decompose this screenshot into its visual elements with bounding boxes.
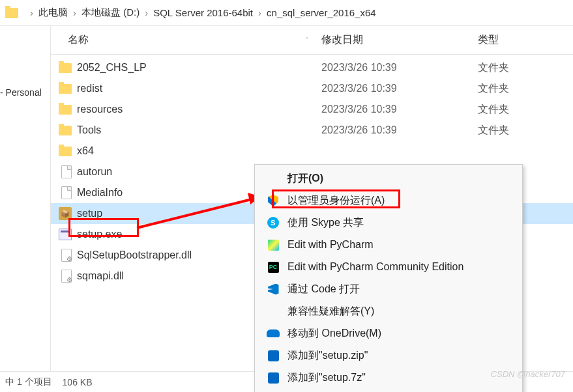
folder-icon bbox=[59, 126, 72, 135]
file-date: 2023/3/26 10:39 bbox=[321, 124, 478, 136]
file-row[interactable]: redist 2023/3/26 10:39 文件夹 bbox=[51, 78, 573, 99]
breadcrumb-item[interactable]: SQL Server 2016-64bit bbox=[153, 7, 253, 18]
context-menu-item[interactable]: 移动到 OneDrive(M) bbox=[256, 322, 521, 344]
folder-icon bbox=[59, 84, 72, 94]
file-icon bbox=[61, 186, 72, 199]
bandizip-icon bbox=[268, 350, 279, 361]
status-size: 106 KB bbox=[63, 377, 93, 387]
folder-icon bbox=[59, 105, 72, 115]
column-header-date[interactable]: 修改日期 bbox=[321, 33, 478, 47]
file-name: resources bbox=[77, 104, 321, 115]
watermark: CSDN @hacker707 bbox=[491, 369, 565, 379]
chevron-right-icon: › bbox=[258, 7, 261, 18]
menu-item-label: 通过 Code 打开 bbox=[287, 283, 512, 296]
file-icon bbox=[61, 165, 72, 178]
menu-item-label: Edit with PyCharm Community Edition bbox=[287, 261, 512, 273]
skype-icon: S bbox=[267, 217, 279, 229]
breadcrumb[interactable]: › 此电脑 › 本地磁盘 (D:) › SQL Server 2016-64bi… bbox=[0, 0, 573, 26]
menu-item-label: 添加到"setup.zip" bbox=[287, 349, 512, 363]
menu-item-label: 移动到 OneDrive(M) bbox=[287, 327, 512, 341]
file-date: 2023/3/26 10:39 bbox=[321, 104, 478, 115]
pycharm-ce-icon: PC bbox=[268, 262, 279, 273]
file-date: 2023/3/26 10:39 bbox=[321, 62, 478, 74]
folder-icon bbox=[59, 147, 72, 156]
context-menu-item[interactable]: 以管理员身份运行(A) bbox=[256, 189, 521, 212]
menu-item-label: 以管理员身份运行(A) bbox=[287, 194, 512, 208]
column-label: 名称 bbox=[68, 33, 89, 47]
context-menu-item[interactable]: Edit with PyCharm bbox=[256, 234, 521, 256]
dll-icon bbox=[61, 270, 72, 283]
exe-icon bbox=[59, 229, 72, 240]
file-type: 文件夹 bbox=[478, 103, 509, 117]
menu-item-label: 打开(O) bbox=[287, 172, 512, 186]
chevron-right-icon: › bbox=[73, 7, 76, 18]
vscode-icon bbox=[268, 284, 279, 295]
installer-icon: 📦 bbox=[59, 207, 72, 220]
context-menu-item[interactable]: 添加到压缩文件 (Bandizip)(B) bbox=[256, 389, 521, 392]
column-header-type[interactable]: 类型 bbox=[478, 33, 573, 47]
sidebar: - Personal bbox=[0, 26, 51, 371]
breadcrumb-item[interactable]: 本地磁盘 (D:) bbox=[81, 7, 140, 19]
file-type: 文件夹 bbox=[478, 82, 509, 96]
context-menu-item[interactable]: PC Edit with PyCharm Community Edition bbox=[256, 256, 521, 278]
shield-icon bbox=[268, 195, 278, 206]
file-name: x64 bbox=[77, 145, 321, 157]
menu-item-label: Edit with PyCharm bbox=[287, 239, 512, 251]
context-menu-item[interactable]: 兼容性疑难解答(Y) bbox=[256, 300, 521, 322]
pycharm-icon bbox=[268, 240, 279, 251]
sidebar-item[interactable]: - Personal bbox=[0, 85, 50, 100]
context-menu-item[interactable]: S 使用 Skype 共享 bbox=[256, 212, 521, 234]
chevron-right-icon: › bbox=[145, 7, 148, 18]
folder-icon bbox=[59, 63, 72, 73]
file-name: Tools bbox=[77, 124, 321, 136]
context-menu-item[interactable]: 添加到"setup.7z" bbox=[256, 367, 521, 389]
folder-icon bbox=[5, 8, 18, 18]
context-menu: 打开(O) 以管理员身份运行(A) S 使用 Skype 共享 Edit wit… bbox=[254, 164, 523, 392]
file-type: 文件夹 bbox=[478, 124, 509, 137]
menu-item-label: 使用 Skype 共享 bbox=[287, 216, 512, 230]
file-date: 2023/3/26 10:39 bbox=[321, 83, 478, 94]
sort-indicator-icon: ˆ bbox=[306, 36, 308, 44]
bandizip-icon bbox=[268, 372, 279, 384]
context-menu-item[interactable]: 添加到"setup.zip" bbox=[256, 344, 521, 367]
column-header-name[interactable]: 名称 ˆ bbox=[51, 33, 321, 47]
menu-item-label: 添加到"setup.7z" bbox=[287, 371, 512, 385]
context-menu-item[interactable]: 打开(O) bbox=[256, 167, 521, 189]
breadcrumb-item[interactable]: 此电脑 bbox=[38, 7, 68, 19]
file-name: redist bbox=[77, 83, 321, 94]
column-headers: 名称 ˆ 修改日期 类型 bbox=[51, 26, 573, 55]
file-row[interactable]: resources 2023/3/26 10:39 文件夹 bbox=[51, 99, 573, 120]
status-selection: 中 1 个项目 bbox=[5, 376, 52, 388]
menu-item-label: 兼容性疑难解答(Y) bbox=[287, 305, 512, 318]
file-name: 2052_CHS_LP bbox=[77, 62, 321, 74]
dll-icon bbox=[61, 249, 72, 262]
breadcrumb-item[interactable]: cn_sql_server_2016_x64 bbox=[267, 7, 376, 18]
file-type: 文件夹 bbox=[478, 61, 509, 75]
file-row[interactable]: 2052_CHS_LP 2023/3/26 10:39 文件夹 bbox=[51, 57, 573, 78]
chevron-right-icon: › bbox=[30, 7, 33, 18]
file-row[interactable]: x64 bbox=[51, 141, 573, 161]
context-menu-item[interactable]: 通过 Code 打开 bbox=[256, 278, 521, 300]
file-row[interactable]: Tools 2023/3/26 10:39 文件夹 bbox=[51, 120, 573, 141]
onedrive-icon bbox=[267, 329, 280, 337]
